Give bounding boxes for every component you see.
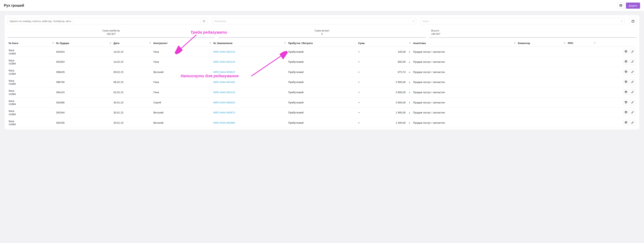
caret-up-icon: ▲ [408, 71, 411, 73]
row-print-button[interactable] [623, 100, 629, 105]
request-link[interactable]: MRD-9444-962450 [214, 81, 235, 84]
page-content: Аналітика ▾ Каса ▾ Сума прибутку 188 807… [0, 11, 644, 133]
edit-icon [631, 101, 634, 104]
money-card: Аналітика ▾ Каса ▾ Сума прибутку 188 807… [5, 15, 639, 129]
sum-value: 3 900,00 [361, 81, 406, 84]
row-edit-button[interactable] [630, 79, 635, 85]
sum-value: 600,00 [361, 60, 406, 63]
filter-icon[interactable]: ∇ [284, 42, 286, 45]
summary-income-title: Сума прибутку [8, 29, 214, 32]
row-print-button[interactable] [623, 49, 629, 55]
analytics: Продаж послуг / запчастин [412, 67, 517, 77]
filter-icon[interactable]: ∇ [514, 42, 516, 45]
order-number: 394143 [55, 87, 112, 98]
filter-icon[interactable]: ∇ [564, 42, 566, 45]
order-date: 14.02.23 [112, 57, 152, 67]
counterparty: Гена [152, 87, 212, 98]
order-number: 399429 [55, 67, 112, 77]
col-agent-label: Контрагент [153, 42, 168, 45]
caret-up-icon: ▲ [408, 101, 411, 104]
row-edit-button[interactable] [630, 89, 635, 95]
date-range-button[interactable] [630, 18, 636, 24]
svg-rect-9 [625, 52, 627, 53]
request-link[interactable]: MRD-9444-960925 [214, 101, 235, 104]
search-button[interactable] [201, 18, 207, 24]
comment [517, 67, 567, 77]
rro [567, 87, 597, 98]
svg-rect-15 [625, 72, 627, 73]
add-button[interactable]: Додати [626, 3, 640, 9]
row-edit-button[interactable] [630, 69, 635, 75]
sum-sign: + [358, 81, 360, 84]
print-button[interactable] [618, 2, 624, 9]
table-row: Каса#189440335314.02.23ГенаMRD-9444-9631… [8, 57, 636, 67]
cashbox-name: Каса [9, 79, 54, 83]
svg-rect-21 [625, 92, 627, 93]
summary-row: Сума прибутку 188 807 Сума витрат 0 Всьо… [8, 28, 636, 38]
row-print-button[interactable] [623, 120, 629, 125]
row-print-button[interactable] [623, 110, 629, 115]
sum-sign: + [358, 111, 360, 114]
filter-icon[interactable]: ∇ [594, 42, 596, 45]
order-number: 403424 [55, 47, 112, 57]
svg-rect-27 [625, 112, 627, 113]
summary-outcome-value: 0 [219, 33, 425, 35]
kind: Прибутковий [287, 57, 357, 67]
analytics-select[interactable]: Аналітика ▾ [212, 18, 416, 24]
row-print-button[interactable] [623, 79, 629, 85]
svg-rect-4 [632, 20, 634, 23]
row-edit-button[interactable] [630, 120, 635, 125]
cashbox-name: Каса [9, 109, 54, 113]
row-edit-button[interactable] [630, 100, 635, 105]
filter-icon[interactable]: ∇ [210, 42, 211, 45]
summary-total-title: Всього [431, 29, 636, 32]
row-edit-button[interactable] [630, 49, 635, 55]
svg-rect-1 [620, 6, 622, 7]
search-input[interactable] [8, 18, 201, 24]
request-link[interactable]: MRD-9444-963134 [214, 60, 235, 63]
cashbox-id: #1894 [9, 123, 54, 126]
order-date: 06.02.23 [112, 77, 152, 87]
analytics: Продаж послуг / запчастин [412, 108, 517, 118]
svg-point-2 [203, 20, 205, 22]
printer-icon [624, 70, 627, 74]
rro [567, 57, 597, 67]
order-number: 403353 [55, 57, 112, 67]
filter-icon[interactable]: ∇ [110, 42, 111, 45]
filter-row: Аналітика ▾ Каса ▾ [8, 18, 636, 24]
col-analytics-label: Аналітика [413, 42, 426, 45]
col-request-label: № Замовлення [214, 42, 232, 45]
request-link[interactable]: MRD-9444-958623 [214, 71, 235, 74]
row-edit-button[interactable] [630, 59, 635, 65]
request-link[interactable]: MRD-9444-963134 [214, 50, 235, 53]
counterparty: Гена [152, 47, 212, 57]
filter-icon[interactable]: ∇ [150, 42, 151, 45]
filter-icon[interactable]: ∇ [409, 42, 411, 45]
chevron-down-icon: ▾ [622, 20, 622, 23]
cashbox-select[interactable]: Каса ▾ [421, 18, 625, 24]
comment [517, 57, 567, 67]
summary-outcome: Сума витрат 0 [218, 28, 426, 38]
sum-value: 1 900,00 [361, 111, 406, 114]
chevron-down-icon: ▾ [413, 20, 414, 23]
cashbox-name: Каса [9, 89, 54, 93]
row-print-button[interactable] [623, 89, 629, 95]
money-table: № Каси∇ № Ордера∇ Дата∇ Контрагент∇ № За… [8, 40, 636, 128]
caret-up-icon: ▲ [408, 61, 411, 63]
sum-value: 100,00 [361, 50, 406, 53]
request-link[interactable]: MRD-9444-960868 [214, 121, 235, 124]
table-row: Каса#189439153530.01.23ВиталийMRD-9444-9… [8, 118, 636, 128]
kind: Прибутковий [287, 118, 357, 128]
request-link[interactable]: MRD-9444-963134 [214, 91, 235, 94]
row-edit-button[interactable] [630, 110, 635, 115]
caret-up-icon: ▲ [408, 121, 411, 124]
order-date: 09.02.23 [112, 67, 152, 77]
order-date: 14.02.23 [112, 47, 152, 57]
filter-icon[interactable]: ∇ [52, 42, 54, 45]
edit-icon [631, 121, 634, 124]
row-print-button[interactable] [623, 59, 629, 65]
caret-up-icon: ▲ [408, 50, 411, 53]
cashbox-name: Каса [9, 69, 54, 72]
request-link[interactable]: MRD-9444-960873 [214, 111, 235, 114]
row-print-button[interactable] [623, 69, 629, 75]
